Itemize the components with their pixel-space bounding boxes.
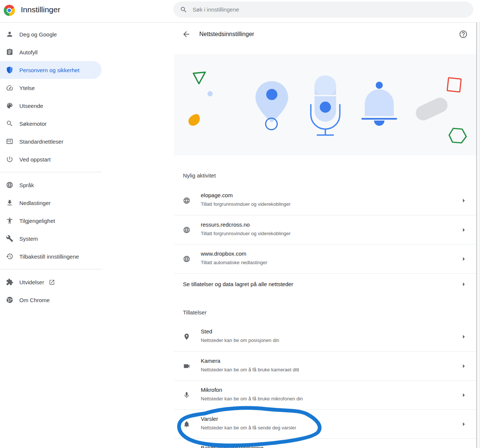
permission-row-bakgrunnssynkronisering[interactable]: Bakgrunnssynkronisering	[174, 438, 476, 448]
open-in-new-icon	[49, 279, 55, 285]
sidebar-item-label: Autofyll	[19, 49, 38, 55]
sidebar-item-label: Om Chrome	[19, 297, 50, 303]
permission-row-mikrofon[interactable]: MikrofonNettsteder kan be om å få bruke …	[174, 380, 476, 409]
sidebar-item-autofyll[interactable]: Autofyll	[0, 43, 102, 61]
sidebar-divider	[0, 269, 102, 269]
sidebar-item-label: Personvern og sikkerhet	[19, 67, 80, 73]
location-pin-illustration	[253, 77, 290, 131]
site-row-dropbox[interactable]: www.dropbox.comTillatt automatiske nedla…	[174, 244, 476, 273]
sidebar-item-label: Utvidelser	[19, 279, 44, 285]
sidebar-item-deg-og-google[interactable]: Deg og Google	[0, 25, 102, 43]
permissions-heading: Tillatelser	[183, 309, 207, 316]
sidebar-item-tilbakestill[interactable]: Tilbakestill innstillingene	[0, 247, 102, 265]
sidebar-item-ytelse[interactable]: Ytelse	[0, 79, 102, 97]
permission-label: Sted	[201, 328, 279, 335]
sidebar-item-label: Utseende	[19, 103, 43, 109]
settings-search[interactable]	[173, 1, 473, 17]
sidebar-item-label: Standardnettleser	[19, 138, 63, 145]
sidebar: Deg og Google Autofyll Personvern og sik…	[0, 23, 174, 448]
permission-label: Mikrofon	[201, 386, 303, 394]
permission-label: Varsler	[201, 415, 296, 423]
green-hexagon-outline-shape	[448, 127, 468, 145]
chrome-mono-icon	[6, 296, 13, 304]
sidebar-item-label: Søkemotor	[19, 121, 46, 127]
browser-window-icon	[6, 138, 13, 145]
permission-label: Kamera	[201, 357, 299, 365]
scrollbar[interactable]	[476, 23, 480, 448]
permission-description: Nettsteder kan be om å få sende deg vars…	[201, 425, 296, 431]
chevron-right-icon	[459, 391, 468, 400]
all-sites-link-label: Se tillatelser og data lagret på alle ne…	[183, 281, 293, 288]
bell-icon	[183, 420, 190, 428]
chevron-right-icon	[459, 362, 468, 371]
permission-row-sted[interactable]: StedNettsteder kan be om posisjonen din	[174, 322, 476, 351]
permission-description: Nettsteder kan be om posisjonen din	[201, 337, 279, 344]
puzzle-icon	[6, 278, 13, 286]
site-permission-status: Tillatt forgrunnsvinduer og viderekoblin…	[201, 201, 291, 208]
site-name: www.dropbox.com	[201, 250, 267, 257]
chevron-right-icon	[459, 420, 468, 429]
sidebar-item-system[interactable]: System	[0, 230, 102, 247]
triangle-outline-shape	[190, 70, 208, 86]
globe-icon	[6, 181, 13, 189]
recent-activity-heading: Nylig aktivitet	[183, 172, 216, 179]
site-row-redcross[interactable]: ressurs.redcross.noTillatt forgrunnsvind…	[174, 215, 476, 244]
globe-icon	[183, 197, 190, 204]
site-row-elopage[interactable]: elopage.comTillatt forgrunnsvinduer og v…	[174, 186, 476, 215]
sidebar-item-standardnettleser[interactable]: Standardnettleser	[0, 132, 102, 150]
help-icon[interactable]	[459, 30, 468, 39]
back-arrow-icon[interactable]	[182, 30, 191, 39]
sidebar-item-personvern-og-sikkerhet[interactable]: Personvern og sikkerhet	[0, 61, 102, 79]
main-content: Nettstedsinnstillinger Nylig aktivitet e…	[174, 23, 476, 448]
chevron-right-icon	[459, 280, 468, 289]
sidebar-item-tilgjengelighet[interactable]: Tilgjengelighet	[0, 212, 102, 230]
sidebar-item-label: Ved oppstart	[19, 156, 51, 163]
permission-row-kamera[interactable]: KameraNettsteder kan be om å få bruke ka…	[174, 351, 476, 380]
site-permission-status: Tillatt automatiske nedlastinger	[201, 259, 267, 266]
sidebar-item-label: Tilgjengelighet	[19, 218, 55, 224]
location-pin-icon	[183, 333, 190, 340]
site-settings-banner-illustration	[174, 54, 476, 156]
sidebar-item-utseende[interactable]: Utseende	[0, 97, 102, 115]
top-bar: Innstillinger	[0, 0, 480, 23]
wrench-icon	[6, 235, 13, 242]
permission-row-varsler[interactable]: VarslerNettsteder kan be om å få sende d…	[174, 409, 476, 438]
search-icon	[6, 120, 13, 127]
search-input[interactable]	[193, 6, 445, 13]
sidebar-item-sokemotor[interactable]: Søkemotor	[0, 115, 102, 132]
sidebar-item-label: Ytelse	[19, 85, 35, 91]
permission-label: Bakgrunnssynkronisering	[201, 444, 263, 448]
all-sites-link-row[interactable]: Se tillatelser og data lagret på alle ne…	[174, 273, 476, 295]
globe-icon	[183, 226, 190, 234]
sidebar-item-nedlastinger[interactable]: Nedlastinger	[0, 194, 102, 212]
chevron-right-icon	[459, 332, 468, 341]
history-icon	[6, 253, 13, 260]
sidebar-divider	[0, 172, 102, 172]
app-title: Innstillinger	[21, 5, 60, 14]
sidebar-item-ved-oppstart[interactable]: Ved oppstart	[0, 150, 102, 168]
power-icon	[6, 156, 13, 163]
site-name: elopage.com	[201, 192, 291, 199]
site-permission-status: Tillatt forgrunnsvinduer og viderekoblin…	[201, 230, 291, 237]
microphone-illustration	[308, 73, 343, 137]
chevron-right-icon	[459, 255, 468, 263]
gray-pill-shape	[413, 95, 450, 123]
palette-icon	[6, 102, 13, 109]
sidebar-item-om-chrome[interactable]: Om Chrome	[0, 291, 102, 309]
content-header: Nettstedsinnstillinger	[174, 23, 476, 47]
bell-illustration	[358, 81, 403, 129]
sidebar-item-sprak[interactable]: Språk	[0, 176, 102, 194]
permission-description: Nettsteder kan be om å få bruke kameraet…	[201, 367, 299, 373]
microphone-icon	[183, 391, 190, 399]
chrome-logo-icon	[4, 5, 15, 16]
sidebar-item-utvidelser[interactable]: Utvidelser	[0, 273, 102, 291]
yellow-blob-shape	[187, 113, 201, 127]
person-icon	[6, 31, 13, 38]
permission-description: Nettsteder kan be om å få bruke mikrofon…	[201, 396, 303, 402]
speedometer-icon	[6, 84, 13, 92]
dot-shape	[207, 91, 213, 96]
chevron-right-icon	[459, 225, 468, 234]
recent-activity-list: elopage.comTillatt forgrunnsvinduer og v…	[174, 186, 476, 295]
page-title: Nettstedsinnstillinger	[199, 31, 254, 38]
sidebar-item-label: Tilbakestill innstillingene	[19, 253, 79, 260]
